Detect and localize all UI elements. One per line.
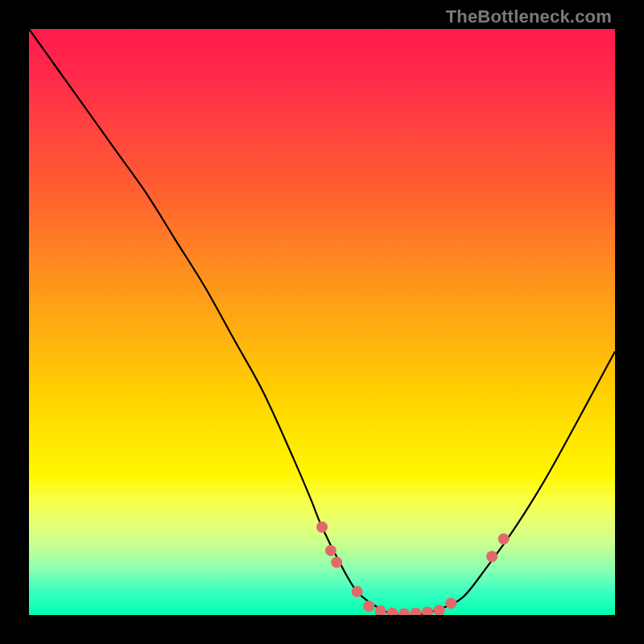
data-marker [386,608,398,615]
data-marker [398,609,410,616]
data-marker [363,601,374,612]
attribution-text: TheBottleneck.com [446,6,612,27]
data-marker [445,597,456,609]
data-marker [434,605,445,615]
data-marker [352,586,363,597]
data-marker [331,557,342,568]
data-marker [411,608,422,615]
chart-svg [29,29,615,615]
data-marker [422,606,433,615]
chart-stage: TheBottleneck.com [0,0,644,644]
data-marker [316,522,328,533]
plot-area [29,29,615,615]
data-marker [325,545,336,556]
marker-group [316,522,510,615]
data-marker [486,551,497,562]
data-marker [498,533,510,544]
